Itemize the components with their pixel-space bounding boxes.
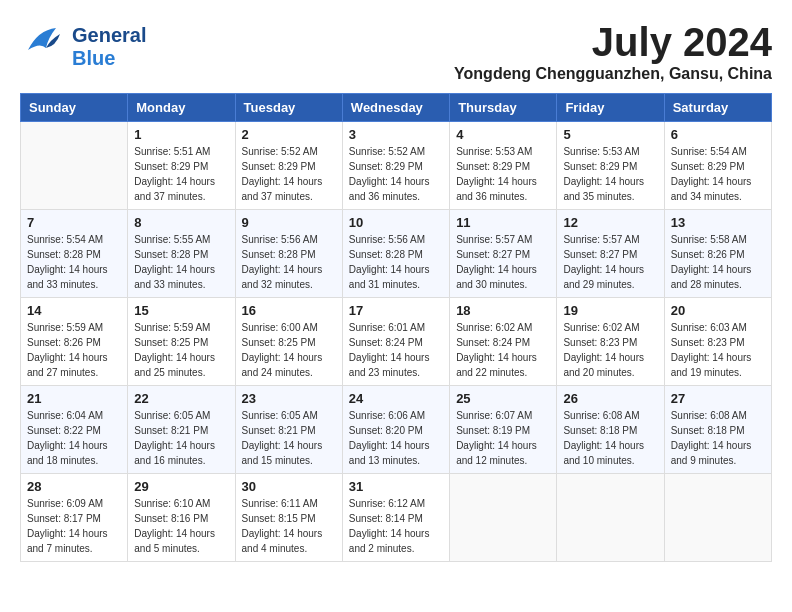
day-number-16: 16: [242, 303, 336, 318]
day-number-21: 21: [27, 391, 121, 406]
day-cell-17: 17Sunrise: 6:01 AM Sunset: 8:24 PM Dayli…: [342, 298, 449, 386]
day-info-7: Sunrise: 5:54 AM Sunset: 8:28 PM Dayligh…: [27, 232, 121, 292]
day-info-24: Sunrise: 6:06 AM Sunset: 8:20 PM Dayligh…: [349, 408, 443, 468]
week-row-2: 7Sunrise: 5:54 AM Sunset: 8:28 PM Daylig…: [21, 210, 772, 298]
day-cell-11: 11Sunrise: 5:57 AM Sunset: 8:27 PM Dayli…: [450, 210, 557, 298]
day-cell-12: 12Sunrise: 5:57 AM Sunset: 8:27 PM Dayli…: [557, 210, 664, 298]
weekday-header-row: SundayMondayTuesdayWednesdayThursdayFrid…: [21, 94, 772, 122]
day-number-1: 1: [134, 127, 228, 142]
day-info-28: Sunrise: 6:09 AM Sunset: 8:17 PM Dayligh…: [27, 496, 121, 556]
day-info-17: Sunrise: 6:01 AM Sunset: 8:24 PM Dayligh…: [349, 320, 443, 380]
day-cell-29: 29Sunrise: 6:10 AM Sunset: 8:16 PM Dayli…: [128, 474, 235, 562]
day-number-14: 14: [27, 303, 121, 318]
day-cell-24: 24Sunrise: 6:06 AM Sunset: 8:20 PM Dayli…: [342, 386, 449, 474]
day-info-9: Sunrise: 5:56 AM Sunset: 8:28 PM Dayligh…: [242, 232, 336, 292]
day-info-2: Sunrise: 5:52 AM Sunset: 8:29 PM Dayligh…: [242, 144, 336, 204]
day-cell-6: 6Sunrise: 5:54 AM Sunset: 8:29 PM Daylig…: [664, 122, 771, 210]
day-cell-3: 3Sunrise: 5:52 AM Sunset: 8:29 PM Daylig…: [342, 122, 449, 210]
month-year-title: July 2024: [454, 20, 772, 65]
day-info-13: Sunrise: 5:58 AM Sunset: 8:26 PM Dayligh…: [671, 232, 765, 292]
day-cell-2: 2Sunrise: 5:52 AM Sunset: 8:29 PM Daylig…: [235, 122, 342, 210]
day-info-18: Sunrise: 6:02 AM Sunset: 8:24 PM Dayligh…: [456, 320, 550, 380]
day-info-25: Sunrise: 6:07 AM Sunset: 8:19 PM Dayligh…: [456, 408, 550, 468]
day-number-15: 15: [134, 303, 228, 318]
day-info-19: Sunrise: 6:02 AM Sunset: 8:23 PM Dayligh…: [563, 320, 657, 380]
logo-general: General: [72, 24, 146, 47]
page-header: General Blue July 2024 Yongdeng Chenggua…: [20, 20, 772, 83]
day-cell-9: 9Sunrise: 5:56 AM Sunset: 8:28 PM Daylig…: [235, 210, 342, 298]
day-number-19: 19: [563, 303, 657, 318]
day-cell-8: 8Sunrise: 5:55 AM Sunset: 8:28 PM Daylig…: [128, 210, 235, 298]
day-cell-16: 16Sunrise: 6:00 AM Sunset: 8:25 PM Dayli…: [235, 298, 342, 386]
day-info-26: Sunrise: 6:08 AM Sunset: 8:18 PM Dayligh…: [563, 408, 657, 468]
weekday-sunday: Sunday: [21, 94, 128, 122]
week-row-5: 28Sunrise: 6:09 AM Sunset: 8:17 PM Dayli…: [21, 474, 772, 562]
day-info-10: Sunrise: 5:56 AM Sunset: 8:28 PM Dayligh…: [349, 232, 443, 292]
weekday-thursday: Thursday: [450, 94, 557, 122]
empty-cell: [664, 474, 771, 562]
day-cell-13: 13Sunrise: 5:58 AM Sunset: 8:26 PM Dayli…: [664, 210, 771, 298]
day-info-29: Sunrise: 6:10 AM Sunset: 8:16 PM Dayligh…: [134, 496, 228, 556]
empty-cell: [450, 474, 557, 562]
day-cell-10: 10Sunrise: 5:56 AM Sunset: 8:28 PM Dayli…: [342, 210, 449, 298]
day-info-8: Sunrise: 5:55 AM Sunset: 8:28 PM Dayligh…: [134, 232, 228, 292]
day-info-3: Sunrise: 5:52 AM Sunset: 8:29 PM Dayligh…: [349, 144, 443, 204]
day-info-31: Sunrise: 6:12 AM Sunset: 8:14 PM Dayligh…: [349, 496, 443, 556]
day-cell-14: 14Sunrise: 5:59 AM Sunset: 8:26 PM Dayli…: [21, 298, 128, 386]
day-cell-31: 31Sunrise: 6:12 AM Sunset: 8:14 PM Dayli…: [342, 474, 449, 562]
week-row-1: 1Sunrise: 5:51 AM Sunset: 8:29 PM Daylig…: [21, 122, 772, 210]
day-number-6: 6: [671, 127, 765, 142]
empty-cell: [557, 474, 664, 562]
day-info-27: Sunrise: 6:08 AM Sunset: 8:18 PM Dayligh…: [671, 408, 765, 468]
logo-blue: Blue: [72, 47, 115, 70]
location-subtitle: Yongdeng Chengguanzhen, Gansu, China: [454, 65, 772, 83]
logo: General Blue: [20, 20, 146, 73]
day-number-23: 23: [242, 391, 336, 406]
day-info-5: Sunrise: 5:53 AM Sunset: 8:29 PM Dayligh…: [563, 144, 657, 204]
day-cell-20: 20Sunrise: 6:03 AM Sunset: 8:23 PM Dayli…: [664, 298, 771, 386]
day-info-21: Sunrise: 6:04 AM Sunset: 8:22 PM Dayligh…: [27, 408, 121, 468]
day-number-22: 22: [134, 391, 228, 406]
day-number-13: 13: [671, 215, 765, 230]
day-cell-25: 25Sunrise: 6:07 AM Sunset: 8:19 PM Dayli…: [450, 386, 557, 474]
day-info-22: Sunrise: 6:05 AM Sunset: 8:21 PM Dayligh…: [134, 408, 228, 468]
logo-bird-icon: [20, 20, 64, 73]
day-number-26: 26: [563, 391, 657, 406]
day-number-28: 28: [27, 479, 121, 494]
day-cell-26: 26Sunrise: 6:08 AM Sunset: 8:18 PM Dayli…: [557, 386, 664, 474]
day-cell-28: 28Sunrise: 6:09 AM Sunset: 8:17 PM Dayli…: [21, 474, 128, 562]
day-cell-21: 21Sunrise: 6:04 AM Sunset: 8:22 PM Dayli…: [21, 386, 128, 474]
day-number-30: 30: [242, 479, 336, 494]
day-number-8: 8: [134, 215, 228, 230]
day-info-16: Sunrise: 6:00 AM Sunset: 8:25 PM Dayligh…: [242, 320, 336, 380]
day-cell-5: 5Sunrise: 5:53 AM Sunset: 8:29 PM Daylig…: [557, 122, 664, 210]
weekday-friday: Friday: [557, 94, 664, 122]
day-cell-4: 4Sunrise: 5:53 AM Sunset: 8:29 PM Daylig…: [450, 122, 557, 210]
day-number-4: 4: [456, 127, 550, 142]
day-info-6: Sunrise: 5:54 AM Sunset: 8:29 PM Dayligh…: [671, 144, 765, 204]
day-number-20: 20: [671, 303, 765, 318]
weekday-wednesday: Wednesday: [342, 94, 449, 122]
day-info-1: Sunrise: 5:51 AM Sunset: 8:29 PM Dayligh…: [134, 144, 228, 204]
day-number-17: 17: [349, 303, 443, 318]
day-number-5: 5: [563, 127, 657, 142]
day-number-29: 29: [134, 479, 228, 494]
day-info-12: Sunrise: 5:57 AM Sunset: 8:27 PM Dayligh…: [563, 232, 657, 292]
weekday-tuesday: Tuesday: [235, 94, 342, 122]
weekday-monday: Monday: [128, 94, 235, 122]
day-cell-7: 7Sunrise: 5:54 AM Sunset: 8:28 PM Daylig…: [21, 210, 128, 298]
calendar-table: SundayMondayTuesdayWednesdayThursdayFrid…: [20, 93, 772, 562]
day-cell-19: 19Sunrise: 6:02 AM Sunset: 8:23 PM Dayli…: [557, 298, 664, 386]
day-number-18: 18: [456, 303, 550, 318]
day-cell-30: 30Sunrise: 6:11 AM Sunset: 8:15 PM Dayli…: [235, 474, 342, 562]
day-number-9: 9: [242, 215, 336, 230]
day-info-4: Sunrise: 5:53 AM Sunset: 8:29 PM Dayligh…: [456, 144, 550, 204]
week-row-3: 14Sunrise: 5:59 AM Sunset: 8:26 PM Dayli…: [21, 298, 772, 386]
day-cell-27: 27Sunrise: 6:08 AM Sunset: 8:18 PM Dayli…: [664, 386, 771, 474]
day-number-10: 10: [349, 215, 443, 230]
day-number-25: 25: [456, 391, 550, 406]
week-row-4: 21Sunrise: 6:04 AM Sunset: 8:22 PM Dayli…: [21, 386, 772, 474]
day-cell-1: 1Sunrise: 5:51 AM Sunset: 8:29 PM Daylig…: [128, 122, 235, 210]
title-area: July 2024 Yongdeng Chengguanzhen, Gansu,…: [454, 20, 772, 83]
day-number-31: 31: [349, 479, 443, 494]
